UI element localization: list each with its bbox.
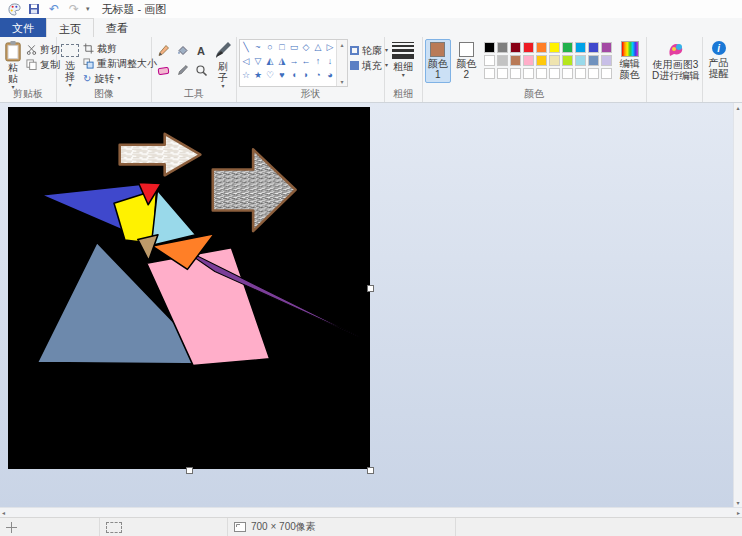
palette-swatch[interactable] — [510, 42, 521, 53]
shape-tool[interactable]: ☆ — [240, 68, 252, 82]
paste-button[interactable]: 粘贴 ▾ — [2, 39, 24, 91]
shapes-scroll-down-icon[interactable]: ▾ — [340, 78, 343, 85]
palette-swatch[interactable] — [484, 55, 495, 66]
shape-tool[interactable]: ◕ — [324, 68, 336, 82]
resize-handle-right[interactable] — [367, 285, 374, 292]
palette-swatch[interactable] — [588, 42, 599, 53]
resize-handle-corner[interactable] — [367, 467, 374, 474]
palette-swatch[interactable] — [484, 68, 495, 79]
fill-bucket-tool[interactable] — [173, 41, 191, 60]
tab-view[interactable]: 查看 — [94, 18, 140, 37]
palette-swatch[interactable] — [575, 68, 586, 79]
shape-tool[interactable]: ▭ — [288, 40, 300, 54]
palette-swatch[interactable] — [497, 55, 508, 66]
resize-handle-bottom[interactable] — [186, 467, 193, 474]
scroll-down-icon[interactable]: ▾ — [736, 499, 739, 506]
rainbow-icon — [621, 41, 639, 57]
palette-swatch[interactable] — [549, 68, 560, 79]
shape-tool[interactable]: ~ — [252, 40, 264, 54]
horizontal-scrollbar[interactable]: ◂ ▸ — [0, 507, 742, 517]
shape-tool[interactable]: ↑ — [312, 54, 324, 68]
palette-swatch[interactable] — [601, 55, 612, 66]
shape-tool[interactable]: □ — [276, 40, 288, 54]
palette-swatch[interactable] — [536, 68, 547, 79]
titlebar: ↶ ↷ ▾ 无标题 - 画图 — [0, 0, 742, 18]
redo-button[interactable]: ↷ — [66, 2, 82, 17]
palette-swatch[interactable] — [497, 68, 508, 79]
product-alerts-button[interactable]: i 产品提醒 — [705, 39, 733, 80]
canvas[interactable] — [8, 107, 370, 469]
palette-swatch[interactable] — [536, 55, 547, 66]
shape-tool[interactable]: ↓ — [324, 54, 336, 68]
resize-button[interactable]: 重新调整大小 — [83, 56, 157, 70]
shape-tool[interactable]: △ — [312, 40, 324, 54]
eraser-tool[interactable] — [154, 61, 172, 80]
palette-swatch[interactable] — [601, 68, 612, 79]
shape-outline-button[interactable]: 轮廓 ▾ — [350, 43, 388, 57]
tab-file[interactable]: 文件 — [0, 18, 46, 37]
color-picker-tool[interactable] — [173, 61, 191, 80]
palette-swatch[interactable] — [562, 42, 573, 53]
cut-button[interactable]: 剪切 — [26, 42, 60, 56]
palette-swatch[interactable] — [588, 55, 599, 66]
palette-swatch[interactable] — [510, 55, 521, 66]
edit-colors-button[interactable]: 编辑颜色 — [616, 39, 644, 81]
shape-tool[interactable]: ╲ — [240, 40, 252, 54]
qat-customize-button[interactable]: ▾ — [86, 5, 90, 13]
shape-tool[interactable]: ♥ — [276, 68, 288, 82]
shape-tool[interactable]: ◖ — [288, 68, 300, 82]
scroll-left-icon[interactable]: ◂ — [2, 509, 5, 516]
shape-tool[interactable]: ★ — [252, 68, 264, 82]
tab-home[interactable]: 主页 — [46, 18, 94, 37]
paint3d-button[interactable]: 使用画图3D进行编辑 — [649, 39, 703, 82]
palette-swatch[interactable] — [523, 68, 534, 79]
undo-button[interactable]: ↶ — [46, 2, 62, 17]
palette-swatch[interactable] — [601, 42, 612, 53]
palette-swatch[interactable] — [588, 68, 599, 79]
color1-button[interactable]: 颜色1 — [425, 39, 452, 83]
brushes-button[interactable]: 刷子 ▾ — [212, 39, 234, 90]
shapes-scrollbar[interactable]: ▴ ▾ — [336, 40, 347, 86]
pencil-tool[interactable] — [154, 41, 172, 60]
select-button[interactable]: 选择 ▾ — [59, 39, 81, 89]
shape-tool[interactable]: ▽ — [252, 54, 264, 68]
palette-swatch[interactable] — [523, 55, 534, 66]
palette-swatch[interactable] — [562, 68, 573, 79]
shape-tool[interactable]: ◮ — [276, 54, 288, 68]
size-button[interactable]: 粗细 ▾ — [390, 39, 416, 79]
color1-label: 颜色1 — [426, 58, 450, 80]
palette-swatch[interactable] — [510, 68, 521, 79]
copy-button[interactable]: 复制 — [26, 57, 60, 71]
palette-swatch[interactable] — [484, 42, 495, 53]
palette-swatch[interactable] — [575, 42, 586, 53]
shape-tool[interactable]: ○ — [264, 40, 276, 54]
scroll-right-icon[interactable]: ▸ — [737, 509, 740, 516]
shape-tool[interactable]: ◗ — [300, 68, 312, 82]
shape-tool[interactable]: ♡ — [264, 68, 276, 82]
palette-swatch[interactable] — [575, 55, 586, 66]
shape-tool[interactable]: → — [288, 54, 300, 68]
palette-swatch[interactable] — [562, 55, 573, 66]
save-button[interactable] — [26, 2, 42, 17]
palette-swatch[interactable] — [549, 55, 560, 66]
magnifier-tool[interactable] — [192, 61, 210, 80]
color2-button[interactable]: 颜色2 — [453, 39, 480, 83]
shapes-scroll-up-icon[interactable]: ▴ — [340, 41, 343, 48]
rotate-button[interactable]: ↻ 旋转 ▾ — [83, 71, 157, 85]
shape-tool[interactable]: ◇ — [300, 40, 312, 54]
palette-swatch[interactable] — [523, 42, 534, 53]
shape-tool[interactable]: ← — [300, 54, 312, 68]
palette-swatch[interactable] — [536, 42, 547, 53]
shape-tool[interactable]: ◭ — [264, 54, 276, 68]
palette-swatch[interactable] — [549, 42, 560, 53]
shape-tool[interactable]: ◔ — [312, 68, 324, 82]
shape-fill-button[interactable]: 填充 ▾ — [350, 58, 388, 72]
crop-button[interactable]: 裁剪 — [83, 41, 157, 55]
vertical-scrollbar[interactable]: ▴ ▾ — [733, 103, 742, 507]
brush-icon — [214, 41, 232, 61]
scroll-up-icon[interactable]: ▴ — [736, 104, 739, 111]
shape-tool[interactable]: ▷ — [324, 40, 336, 54]
palette-swatch[interactable] — [497, 42, 508, 53]
shape-tool[interactable]: ◁ — [240, 54, 252, 68]
text-tool[interactable]: A — [192, 41, 210, 60]
